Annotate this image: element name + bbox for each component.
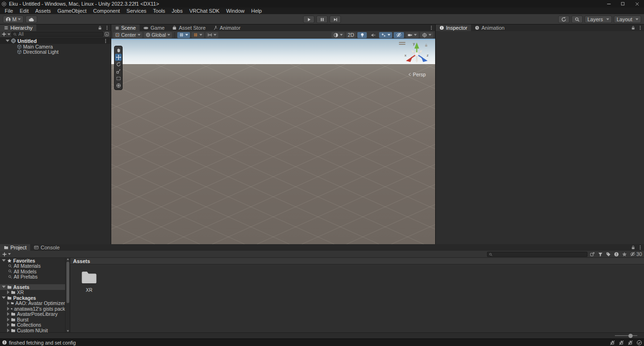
open-in-search-icon[interactable] bbox=[590, 252, 595, 257]
tree-packages[interactable]: Packages bbox=[0, 295, 65, 301]
search-by-type-icon[interactable] bbox=[598, 252, 603, 257]
menu-component[interactable]: Component bbox=[90, 8, 123, 14]
search-button[interactable] bbox=[571, 16, 583, 23]
draw-mode-dropdown[interactable] bbox=[331, 32, 345, 38]
foldout-closed-icon[interactable] bbox=[7, 312, 9, 316]
scroll-up-icon[interactable] bbox=[66, 258, 69, 261]
layout-dropdown[interactable]: Layout bbox=[614, 16, 641, 23]
project-tree-scrollbar[interactable] bbox=[65, 258, 70, 332]
move-tool[interactable] bbox=[115, 54, 122, 61]
minimize-button[interactable] bbox=[602, 0, 616, 8]
tab-project[interactable]: Project bbox=[0, 244, 30, 251]
foldout-closed-icon[interactable] bbox=[7, 301, 9, 305]
foldout-closed-icon[interactable] bbox=[7, 307, 9, 311]
scrollbar-thumb[interactable] bbox=[66, 262, 69, 303]
thumbnail-zoom-slider[interactable] bbox=[615, 335, 637, 336]
grid-snap-dropdown[interactable] bbox=[191, 32, 204, 38]
account-button[interactable]: M bbox=[3, 16, 24, 23]
kebab-menu-icon[interactable] bbox=[638, 25, 643, 30]
step-button[interactable] bbox=[330, 16, 341, 23]
search-by-label-icon[interactable] bbox=[606, 252, 611, 257]
menu-help[interactable]: Help bbox=[248, 8, 265, 14]
tab-game[interactable]: Game bbox=[140, 25, 168, 31]
lock-icon[interactable] bbox=[98, 25, 102, 30]
hierarchy-search-input[interactable] bbox=[18, 32, 101, 37]
grid-visibility-toggle[interactable] bbox=[177, 32, 190, 38]
foldout-open-icon[interactable] bbox=[2, 286, 6, 288]
scene-picker-icon[interactable] bbox=[104, 32, 109, 37]
camera-settings-dropdown[interactable] bbox=[405, 32, 419, 38]
project-search-field[interactable] bbox=[487, 252, 587, 257]
scene-visibility-toggle[interactable] bbox=[394, 32, 404, 38]
tree-folder-avatarposelibrary[interactable]: AvatarPoseLibrary bbox=[0, 312, 65, 317]
foldout-open-icon[interactable] bbox=[2, 259, 6, 262]
debugger-disabled-bug-icon[interactable] bbox=[610, 340, 615, 346]
foldout-closed-icon[interactable] bbox=[7, 323, 9, 327]
cloud-services-button[interactable] bbox=[25, 16, 37, 23]
menu-gameobject[interactable]: GameObject bbox=[54, 8, 90, 14]
effects-toggle-dropdown[interactable] bbox=[379, 32, 392, 38]
menu-assets[interactable]: Assets bbox=[32, 8, 54, 14]
tree-folder-anatawa12-gists[interactable]: anatawa12's gists pack bbox=[0, 306, 65, 312]
scene-root-row[interactable]: Untitled bbox=[0, 38, 111, 44]
tab-animation[interactable]: Animation bbox=[471, 25, 508, 31]
menu-window[interactable]: Window bbox=[223, 8, 248, 14]
menu-edit[interactable]: Edit bbox=[17, 8, 32, 14]
tree-folder-xr[interactable]: XR bbox=[0, 290, 65, 296]
hierarchy-item-directional-light[interactable]: Directional Light bbox=[0, 49, 111, 55]
tree-folder-burst[interactable]: Burst bbox=[0, 317, 65, 322]
menu-vrchat-sdk[interactable]: VRChat SDK bbox=[186, 8, 223, 14]
kebab-menu-icon[interactable] bbox=[105, 25, 109, 30]
2d-mode-toggle[interactable]: 2D bbox=[346, 32, 356, 38]
foldout-closed-icon[interactable] bbox=[7, 290, 9, 294]
play-button[interactable] bbox=[303, 16, 314, 23]
hierarchy-item-main-camera[interactable]: Main Camera bbox=[0, 44, 111, 49]
tree-folder-collections[interactable]: Collections bbox=[0, 322, 65, 328]
foldout-open-icon[interactable] bbox=[6, 40, 9, 42]
status-message[interactable]: finshed fetching and set config bbox=[9, 340, 76, 346]
gizmo-lock-icon[interactable] bbox=[424, 43, 428, 47]
background-tasks-check-icon[interactable] bbox=[636, 340, 642, 346]
gizmos-dropdown[interactable] bbox=[420, 32, 433, 38]
pause-button[interactable] bbox=[316, 16, 328, 23]
burst-disabled-bug-icon[interactable] bbox=[619, 340, 624, 346]
kebab-menu-icon[interactable] bbox=[429, 25, 434, 30]
scene-lighting-toggle[interactable] bbox=[357, 32, 367, 38]
hierarchy-search-field[interactable] bbox=[11, 32, 103, 37]
tab-asset-store[interactable]: Asset Store bbox=[168, 25, 209, 31]
transform-tool[interactable] bbox=[115, 82, 122, 89]
foldout-closed-icon[interactable] bbox=[7, 329, 9, 332]
view-hand-tool[interactable] bbox=[115, 47, 122, 54]
tree-all-materials[interactable]: All Materials bbox=[0, 264, 65, 269]
asset-item-xr[interactable]: XR bbox=[76, 268, 102, 293]
code-optimization-bug-icon[interactable] bbox=[627, 340, 633, 346]
foldout-open-icon[interactable] bbox=[2, 297, 6, 299]
tab-scene[interactable]: Scene bbox=[111, 25, 140, 31]
move-snap-dropdown[interactable] bbox=[206, 32, 218, 38]
layers-dropdown[interactable]: Layers bbox=[585, 16, 612, 23]
menu-tools[interactable]: Tools bbox=[150, 8, 169, 14]
menu-file[interactable]: File bbox=[1, 8, 17, 14]
save-search-star-icon[interactable] bbox=[622, 252, 627, 257]
scene-audio-toggle[interactable] bbox=[368, 32, 378, 38]
tree-folder-custom-nunit[interactable]: Custom NUnit bbox=[0, 328, 65, 332]
unimported-assets-icon[interactable] bbox=[614, 252, 619, 257]
slider-thumb[interactable] bbox=[628, 334, 633, 338]
tree-all-models[interactable]: All Models bbox=[0, 269, 65, 274]
tree-folder-aao-avatar-optimizer[interactable]: AAO: Avatar Optimizer bbox=[0, 301, 65, 306]
tree-all-prefabs[interactable]: All Prefabs bbox=[0, 274, 65, 280]
tree-assets[interactable]: Assets bbox=[0, 284, 65, 290]
foldout-closed-icon[interactable] bbox=[7, 318, 9, 321]
tab-animator[interactable]: Animator bbox=[209, 25, 244, 31]
projection-toggle[interactable]: Persp bbox=[394, 72, 435, 77]
tab-inspector[interactable]: Inspector bbox=[436, 25, 471, 31]
kebab-menu-icon[interactable] bbox=[103, 39, 108, 43]
menu-services[interactable]: Services bbox=[123, 8, 149, 14]
lock-icon[interactable] bbox=[631, 25, 636, 30]
tree-favorites[interactable]: Favorites bbox=[0, 258, 65, 264]
close-button[interactable] bbox=[630, 0, 644, 8]
rotate-tool[interactable] bbox=[115, 61, 122, 68]
menu-jobs[interactable]: Jobs bbox=[168, 8, 186, 14]
tab-console[interactable]: Console bbox=[30, 244, 63, 251]
maximize-button[interactable] bbox=[616, 0, 630, 8]
